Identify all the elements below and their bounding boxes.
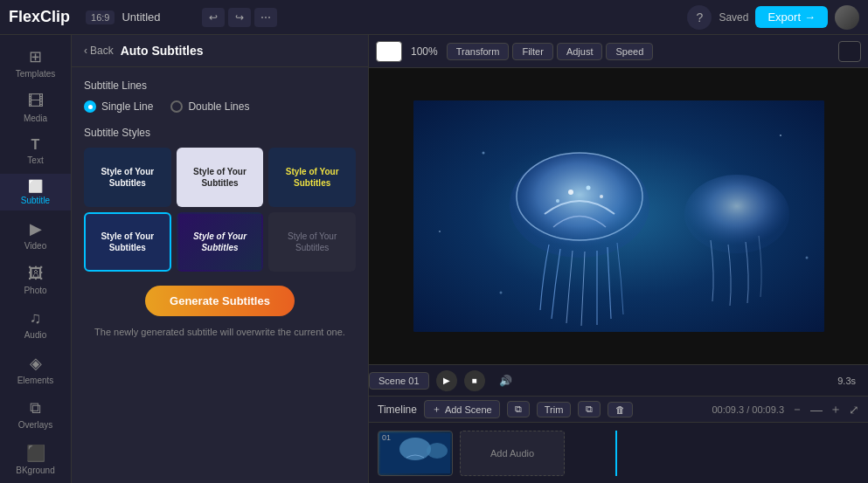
redo-button[interactable]: ↪ <box>228 8 251 27</box>
volume-icon[interactable]: 🔊 <box>499 375 512 387</box>
playhead <box>615 431 617 476</box>
editor-toolbar: 100% Transform Filter Adjust Speed <box>369 35 868 68</box>
single-line-option[interactable]: Single Line <box>84 100 153 113</box>
zoom-percent: 100% <box>406 45 443 58</box>
sidebar-item-audio[interactable]: ♫ Audio <box>0 304 71 345</box>
scene-number: 01 <box>382 433 391 442</box>
main-area: ⊞ Templates 🎞 Media T Text ⬜ Subtitle ▶ … <box>0 35 868 483</box>
sidebar-item-label: Video <box>24 241 46 251</box>
jellyfish-svg <box>413 100 824 332</box>
transform-button[interactable]: Transform <box>447 43 510 60</box>
scene-duration: 9.3s <box>837 376 856 386</box>
elements-icon: ◈ <box>30 354 42 373</box>
zoom-out-button[interactable]: － <box>791 402 803 417</box>
templates-icon: ⊞ <box>29 47 42 66</box>
speed-button[interactable]: Speed <box>606 43 653 60</box>
svg-point-12 <box>499 292 502 294</box>
panel-body: Subtitle Lines Single Line Double Lines … <box>72 67 368 483</box>
timeline-slider[interactable]: ― <box>810 403 823 417</box>
avatar[interactable] <box>835 5 859 30</box>
sidebar-item-label: Templates <box>16 69 56 79</box>
subtitle-lines-options: Single Line Double Lines <box>84 100 356 113</box>
title-input[interactable] <box>122 10 191 24</box>
style-card-3[interactable]: Style of Your Subtitles <box>268 148 356 207</box>
sidebar-item-text[interactable]: T Text <box>0 132 71 170</box>
media-icon: 🎞 <box>28 93 44 111</box>
subtitle-icon: ⬜ <box>28 179 43 193</box>
single-line-radio[interactable] <box>84 100 96 113</box>
timeline-label: Timeline <box>378 404 417 416</box>
svg-point-11 <box>439 231 441 232</box>
subtitle-panel: ‹ Back Auto Subtitles Subtitle Lines Sin… <box>72 35 369 483</box>
sidebar-item-label: Elements <box>17 376 54 385</box>
sidebar-item-label: Subtitle <box>21 196 50 205</box>
sidebar-item-label: Text <box>27 155 43 165</box>
ratio-badge: 16:9 <box>86 10 115 24</box>
svg-point-8 <box>482 152 484 155</box>
svg-point-6 <box>600 195 603 198</box>
sidebar-item-subtitle[interactable]: ⬜ Subtitle <box>0 174 71 210</box>
svg-point-7 <box>556 199 559 203</box>
svg-point-1 <box>684 175 789 253</box>
play-button[interactable]: ▶ <box>436 370 457 391</box>
stop-button[interactable]: ■ <box>464 370 485 391</box>
filter-button[interactable]: Filter <box>512 43 552 60</box>
panel-header: ‹ Back Auto Subtitles <box>72 35 368 67</box>
sidebar-item-video[interactable]: ▶ Video <box>0 214 71 256</box>
scene-thumbnail[interactable]: 01 <box>378 431 453 476</box>
generate-notice: The newly generated subtitle will overwr… <box>84 325 356 340</box>
generate-subtitles-button[interactable]: Generate Subtitles <box>145 286 295 316</box>
progress-bar-area <box>572 431 859 476</box>
photo-icon: 🖼 <box>28 265 44 283</box>
fullscreen-button[interactable]: ⤢ <box>849 403 859 417</box>
style-card-1[interactable]: Style of Your Subtitles <box>84 148 171 207</box>
undo-button[interactable]: ↩ <box>202 8 225 27</box>
timeline-toolbar: Timeline ＋ Add Scene ⧉ Trim ⧉ 🗑 00:09.3 … <box>369 397 868 423</box>
svg-point-15 <box>427 443 448 459</box>
scene-label: Scene 01 <box>369 372 429 390</box>
duplicate-button[interactable]: ⧉ <box>578 401 601 417</box>
svg-point-4 <box>568 190 573 195</box>
bkground-icon: ⬛ <box>26 444 45 463</box>
zoom-in-button[interactable]: ＋ <box>830 402 842 417</box>
sidebar-item-media[interactable]: 🎞 Media <box>0 87 71 128</box>
export-button[interactable]: Export → <box>755 6 828 28</box>
more-button[interactable]: ⋯ <box>254 8 277 27</box>
sidebar-item-label: Photo <box>24 286 46 295</box>
overlays-icon: ⧉ <box>30 399 41 417</box>
canvas-area <box>369 68 868 364</box>
chevron-left-icon: ‹ <box>84 45 87 57</box>
plus-icon: ＋ <box>432 403 441 416</box>
sidebar: ⊞ Templates 🎞 Media T Text ⬜ Subtitle ▶ … <box>0 35 72 483</box>
style-card-4[interactable]: Style of Your Subtitles <box>84 212 171 272</box>
style-card-5[interactable]: Style of Your Subtitles <box>177 212 264 272</box>
double-lines-option[interactable]: Double Lines <box>170 100 249 113</box>
style-card-2[interactable]: Style of Your Subtitles <box>177 148 264 207</box>
add-audio-button[interactable]: Add Audio <box>460 431 565 476</box>
add-scene-button[interactable]: ＋ Add Scene <box>424 400 500 418</box>
sidebar-item-elements[interactable]: ◈ Elements <box>0 348 71 390</box>
adjust-button[interactable]: Adjust <box>557 43 603 60</box>
subtitle-lines-label: Subtitle Lines <box>84 79 356 92</box>
double-lines-radio[interactable] <box>170 100 183 113</box>
style-card-6[interactable]: Style of Your Subtitles <box>268 212 356 272</box>
delete-button[interactable]: 🗑 <box>608 402 633 417</box>
help-button[interactable]: ? <box>687 5 712 30</box>
sidebar-item-photo[interactable]: 🖼 Photo <box>0 259 71 300</box>
sidebar-item-overlays[interactable]: ⧉ Overlays <box>0 394 71 435</box>
split-button[interactable]: ⧉ <box>507 401 530 417</box>
sidebar-item-bkground[interactable]: ⬛ BKground <box>0 438 71 480</box>
back-button[interactable]: ‹ Back <box>84 45 114 57</box>
sidebar-item-templates[interactable]: ⊞ Templates <box>0 42 71 84</box>
timeline-content: 01 Add Audio <box>369 423 868 483</box>
color-swatch[interactable] <box>376 41 402 62</box>
sidebar-item-label: Media <box>24 114 47 123</box>
topbar: FlexClip 16:9 ↩ ↪ ⋯ ? Saved Export → <box>0 0 868 35</box>
sidebar-item-label: Overlays <box>18 420 52 430</box>
trim-button[interactable]: Trim <box>537 402 572 417</box>
subtitle-styles-label: Subtitle Styles <box>84 127 356 139</box>
jellyfish-background <box>413 100 824 332</box>
video-icon: ▶ <box>30 219 42 238</box>
timeline: Timeline ＋ Add Scene ⧉ Trim ⧉ 🗑 00:09.3 … <box>369 396 868 483</box>
svg-point-10 <box>805 257 808 259</box>
